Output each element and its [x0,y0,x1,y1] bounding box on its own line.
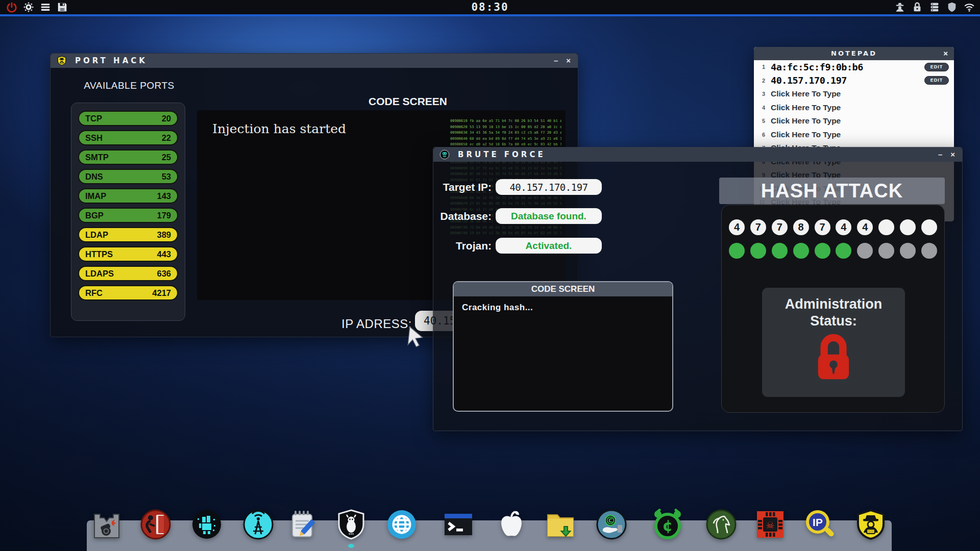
minimize-button[interactable]: – [554,54,558,68]
progress-dot-solved [793,243,809,259]
brute-force-title: BRUTE FORCE [458,150,546,159]
port-hack-title: PORT HACK [75,56,148,65]
ip-address-label: IP ADRESS: [341,317,412,331]
dock-icon-web-browser[interactable] [385,508,418,541]
notepad-line[interactable]: 6Click Here To Type [754,128,954,142]
progress-dot-pending [878,243,894,259]
available-ports-heading: AVAILABLE PORTS [71,80,187,91]
progress-dot-pending [900,243,916,259]
server-icon[interactable] [929,2,940,13]
locked-padlock-icon [812,334,855,381]
cracking-status-text: Cracking hash... [462,303,533,313]
topbar-right-icons [894,0,975,14]
port-name: SMTP [85,153,109,162]
port-item-ldap[interactable]: LDAP389 [78,227,178,242]
progress-dot-solved [729,243,745,259]
dock-icon-notes-app[interactable] [288,508,321,541]
dock-icon-downloads-folder[interactable] [544,508,577,541]
shield-icon[interactable] [946,2,958,13]
dock-icon-malware-chip[interactable]: ☠ [754,508,787,541]
port-item-dns[interactable]: DNS53 [78,169,178,184]
port-item-smtp[interactable]: SMTP25 [78,149,178,165]
line-text[interactable]: Click Here To Type [771,130,841,139]
port-number: 636 [157,269,171,279]
spy-icon[interactable] [894,2,905,13]
port-item-tcp[interactable]: TCP20 [78,111,178,126]
line-text[interactable]: 40.157.170.197 [771,75,847,86]
svg-text:C: C [608,517,612,524]
field-row-trojan: Trojan:Activated. [433,238,607,254]
field-value: 40.157.170.197 [509,182,587,193]
port-number: 179 [157,211,171,220]
progress-dot-solved [772,243,788,259]
code-screen-heading: CODE SCREEN [454,282,672,296]
port-number: 389 [157,230,171,240]
field-value-box[interactable]: 40.157.170.197 [496,179,602,195]
hash-digit-slots: 4778744 [729,219,937,235]
field-label: Trojan: [433,240,492,252]
dock-icon-terminal[interactable] [442,508,475,541]
dock-icon-ip-finder[interactable]: IP [804,508,837,541]
line-text[interactable]: Click Here To Type [771,116,841,126]
port-name: IMAP [85,191,106,201]
edit-button[interactable]: EDIT [924,63,949,71]
minimize-button[interactable]: – [938,147,942,162]
line-text[interactable]: 4a:fc:5c:f9:0b:b6 [771,62,863,72]
notepad-line[interactable]: 5Click Here To Type [754,114,954,128]
field-label: Database: [433,210,492,222]
dock-icon-apple[interactable] [495,508,528,541]
hash-digit-circle: 7 [772,219,788,235]
dock-icon-backdoor-exit[interactable] [139,508,172,541]
wifi-icon[interactable] [964,2,975,13]
dock-icon-trojan-horse[interactable] [705,508,738,541]
dock-icon-crypto-clock[interactable]: ¢ [651,508,684,541]
svg-text:IP: IP [813,516,823,528]
notepad-line[interactable]: 14a:fc:5c:f9:0b:b6EDIT [754,60,954,74]
close-button[interactable]: × [950,147,955,162]
port-item-bgp[interactable]: BGP179 [78,208,178,223]
line-text[interactable]: Click Here To Type [771,89,841,98]
notepad-line[interactable]: 240.157.170.197EDIT [754,74,954,88]
notepad-titlebar[interactable]: NOTEPAD × [754,47,954,60]
close-button[interactable]: × [566,54,571,68]
progress-dot-solved [815,243,830,259]
dock-icon-signal-tower[interactable] [242,508,275,541]
field-label: Target IP: [433,181,492,193]
close-button[interactable]: × [943,47,948,60]
hash-attack-header: HASH ATTACK [719,178,945,204]
dock-icon-fortress-cannon[interactable] [90,508,123,541]
dock-icon-cyber-fist[interactable] [190,508,223,541]
lock-icon[interactable] [912,2,923,13]
port-item-ldaps[interactable]: LDAPS636 [78,266,178,281]
port-item-ssh[interactable]: SSH22 [78,130,178,145]
code-screen: CODE SCREEN Cracking hash... [453,281,673,412]
port-hack-titlebar[interactable]: PORT HACK – × [51,54,578,68]
hash-digit-circle [900,219,916,235]
port-item-rfc[interactable]: RFC4217 [78,285,178,300]
notepad-line[interactable]: 4Click Here To Type [754,101,954,115]
hacker-shield-icon [57,56,67,66]
hash-progress-dots [729,243,937,259]
hash-digit-circle: 4 [836,219,851,235]
topbar-accent-line [0,14,980,16]
brute-force-titlebar[interactable]: BRUTE FORCE – × [433,147,962,162]
port-number: 53 [162,172,171,182]
port-name: HTTPS [85,249,113,259]
running-indicator-dot [348,544,354,548]
field-value-box[interactable]: Activated. [496,238,602,254]
dock-icon-coin-hand[interactable]: C [595,508,628,541]
port-name: SSH [85,133,103,143]
line-text[interactable]: Click Here To Type [771,103,841,112]
field-value-box[interactable]: Database found. [496,208,602,224]
dock-icon-owl-shield[interactable] [335,508,368,541]
hash-digit-circle: 4 [729,219,745,235]
edit-button[interactable]: EDIT [924,76,949,85]
dock-icon-hacker-shield[interactable] [854,508,887,541]
port-item-https[interactable]: HTTPS443 [78,246,178,262]
line-number: 6 [754,132,765,138]
administration-status-card: Administration Status: [762,288,905,397]
brute-force-window: BRUTE FORCE – × Target IP:40.157.170.197… [433,147,963,431]
port-item-imap[interactable]: IMAP143 [78,188,178,204]
notepad-line[interactable]: 3Click Here To Type [754,87,954,101]
hash-digit-circle: 7 [815,219,830,235]
